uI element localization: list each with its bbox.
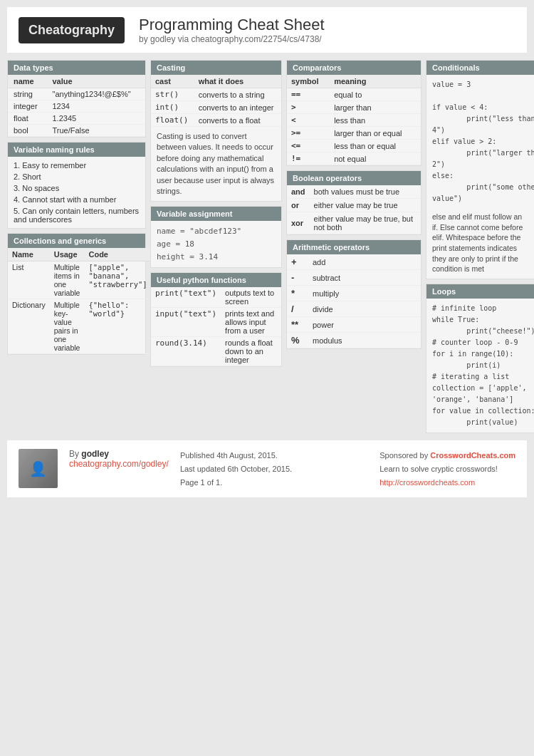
data-types-card: Data types name value string"anything123…: [7, 60, 146, 138]
coll-col-name: Name: [8, 248, 50, 262]
table-row: int()converts to an integer: [151, 101, 281, 114]
collections-card: Collections and generics Name Usage Code…: [7, 233, 146, 355]
code-line: height = 3.14: [157, 251, 276, 264]
footer-published-date: Published 4th August, 2015.: [180, 449, 368, 462]
table-row: >=larger than or equal: [287, 127, 421, 140]
table-row: boolTrue/False: [8, 125, 145, 137]
table-row: *multiply: [287, 286, 421, 301]
table-row: +add: [287, 254, 421, 270]
coll-col-code: Code: [84, 248, 151, 262]
logo-text: Cheatography: [28, 23, 115, 37]
comp-col-meaning: meaning: [330, 75, 421, 88]
logo: Cheatography: [19, 17, 125, 43]
footer-updated-date: Last updated 6th October, 2015.: [180, 462, 368, 476]
author-avatar: 👤: [19, 449, 58, 488]
table-row: %modulus: [287, 333, 421, 348]
footer-sponsor-name: Sponsored by CrosswordCheats.com: [379, 449, 515, 462]
table-row: print("text")outputs text to screen: [151, 287, 281, 308]
boolean-operators-header: Boolean operators: [287, 171, 421, 185]
loops-header: Loops: [426, 284, 534, 299]
avatar-image: 👤: [19, 449, 58, 488]
casting-header: Casting: [151, 61, 281, 75]
table-row: str()converts to a string: [151, 88, 281, 101]
col-right: Conditionals value = 3 if value < 4: pri…: [426, 60, 534, 433]
comp-col-symbol: symbol: [287, 75, 330, 88]
boolean-operators-table: andboth values must be trueoreither valu…: [287, 185, 421, 234]
page-title: Programming Cheat Sheet: [139, 16, 324, 34]
conditionals-description: else and elif must follow an if. Else ca…: [426, 209, 534, 279]
col-mid-right: Comparators symbol meaning ==equal to>la…: [286, 60, 422, 433]
footer-sponsor-url[interactable]: http://crosswordcheats.com: [379, 476, 515, 490]
list-item: 4. Cannot start with a number: [14, 194, 140, 205]
conditionals-card: Conditionals value = 3 if value < 4: pri…: [426, 60, 534, 279]
footer-sponsor-tagline: Learn to solve cryptic crosswords!: [379, 462, 515, 476]
data-types-header: Data types: [8, 61, 145, 75]
table-row: **power: [287, 317, 421, 333]
variable-assignment-code: name = "abcdef123"age = 18height = 3.14: [151, 221, 281, 267]
cast-col-cast: cast: [151, 75, 194, 88]
casting-table: cast what it does str()converts to a str…: [151, 75, 281, 127]
variable-naming-header: Variable naming rules: [8, 143, 145, 157]
table-row: string"anything1234!@£$%": [8, 88, 145, 100]
table-row: <=less than or equal: [287, 140, 421, 152]
footer-published: Published 4th August, 2015. Last updated…: [180, 449, 368, 489]
naming-rules-list: 1. Easy to remember2. Short3. No spaces4…: [8, 157, 145, 228]
boolean-operators-card: Boolean operators andboth values must be…: [286, 170, 422, 235]
loops-card: Loops # infinite loop while True: print(…: [426, 284, 534, 433]
table-row: oreither value may be true: [287, 199, 421, 212]
variable-assignment-header: Variable assignment: [151, 207, 281, 221]
list-item: 2. Short: [14, 171, 140, 182]
casting-card: Casting cast what it does str()converts …: [150, 60, 282, 202]
header: Cheatography Programming Cheat Sheet by …: [7, 7, 527, 53]
dt-col-name: name: [8, 75, 47, 88]
code-line: name = "abcdef123": [157, 225, 276, 238]
footer-author-url[interactable]: cheatography.com/godley/: [69, 459, 169, 469]
main-grid: Data types name value string"anything123…: [7, 60, 527, 433]
python-functions-card: Useful python functions print("text")out…: [150, 272, 282, 367]
table-row: /divide: [287, 301, 421, 317]
list-item: 3. No spaces: [14, 182, 140, 194]
casting-description: Casting is used to convert between value…: [151, 127, 281, 201]
sponsor-name: CrosswordCheats.com: [430, 451, 515, 460]
table-row: DictionaryMultiple key-value pairs in on…: [8, 299, 152, 354]
page: Cheatography Programming Cheat Sheet by …: [0, 0, 534, 756]
python-functions-table: print("text")outputs text to screeninput…: [151, 287, 281, 366]
table-row: float()converts to a float: [151, 114, 281, 127]
comparators-table: symbol meaning ==equal to>larger than<le…: [287, 75, 421, 165]
table-row: integer1234: [8, 100, 145, 113]
variable-assignment-card: Variable assignment name = "abcdef123"ag…: [150, 206, 282, 268]
data-types-table: name value string"anything1234!@£$%"inte…: [8, 75, 145, 137]
variable-naming-card: Variable naming rules 1. Easy to remembe…: [7, 142, 146, 229]
comparators-card: Comparators symbol meaning ==equal to>la…: [286, 60, 422, 166]
collections-table: Name Usage Code ListMultiple items in on…: [8, 248, 152, 354]
footer-page: Page 1 of 1.: [180, 476, 368, 490]
table-row: >larger than: [287, 101, 421, 114]
table-row: -subtract: [287, 270, 421, 286]
page-byline: by godley via cheatography.com/22754/cs/…: [139, 34, 324, 44]
table-row: andboth values must be true: [287, 185, 421, 199]
col-mid-left: Casting cast what it does str()converts …: [150, 60, 282, 433]
dt-col-value: value: [47, 75, 146, 88]
author-name: godley: [81, 449, 109, 459]
code-line: age = 18: [157, 238, 276, 251]
table-row: ==equal to: [287, 88, 421, 101]
arithmetic-operators-header: Arithmetic operators: [287, 240, 421, 254]
arithmetic-operators-card: Arithmetic operators +add-subtract*multi…: [286, 239, 422, 349]
list-item: 5. Can only contain letters, numbers and…: [14, 205, 140, 225]
table-row: float1.2345: [8, 113, 145, 125]
header-title: Programming Cheat Sheet by godley via ch…: [139, 16, 324, 44]
collections-header: Collections and generics: [8, 234, 145, 248]
python-functions-header: Useful python functions: [151, 273, 281, 287]
list-item: 1. Easy to remember: [14, 160, 140, 171]
table-row: input("text")prints text and allows inpu…: [151, 308, 281, 337]
conditionals-code: value = 3 if value < 4: print("less than…: [426, 75, 534, 209]
table-row: round(3.14)rounds a float down to an int…: [151, 337, 281, 366]
comparators-header: Comparators: [287, 61, 421, 75]
table-row: !=not equal: [287, 152, 421, 165]
col-left: Data types name value string"anything123…: [7, 60, 146, 433]
loops-code: # infinite loop while True: print("chees…: [426, 299, 534, 433]
footer-sponsor: Sponsored by CrosswordCheats.com Learn t…: [379, 449, 515, 489]
conditionals-header: Conditionals: [426, 61, 534, 75]
footer-author: By godley cheatography.com/godley/: [69, 449, 169, 469]
coll-col-usage: Usage: [50, 248, 85, 262]
